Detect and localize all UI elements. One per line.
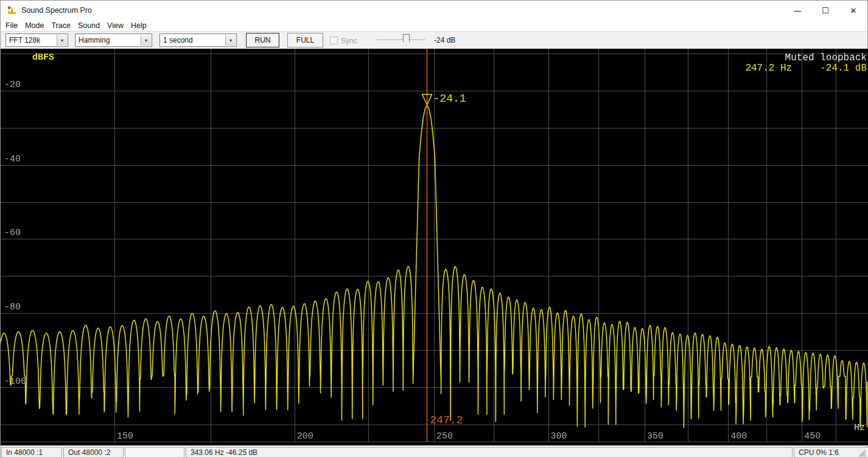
fft-size-value: FFT 128k <box>9 34 40 46</box>
spectrum-canvas[interactable] <box>1 49 868 445</box>
y-tick-label: -100 <box>4 376 26 387</box>
menu-bar: FileModeTraceSoundViewHelp <box>1 20 867 31</box>
menu-sound[interactable]: Sound <box>74 20 103 31</box>
status-input-device: In 48000 :1 <box>1 447 62 458</box>
status-output-device: Out 48000 :2 <box>63 447 124 458</box>
status-text: Muted loopback <box>785 52 867 63</box>
peak-label: -24.1 <box>433 93 466 105</box>
fft-size-select[interactable]: FFT 128k ▼ <box>5 33 68 47</box>
readout-frequency: 247.2 Hz <box>745 63 792 74</box>
average-time-select[interactable]: 1 second ▼ <box>159 33 237 47</box>
title-bar: Sound Spectrum Pro — ☐ ✕ <box>1 1 867 20</box>
x-tick-label: 300 <box>551 431 567 442</box>
toolbar: FFT 128k ▼ Hamming ▼ 1 second ▼ RUN FULL… <box>1 31 867 49</box>
menu-file[interactable]: File <box>2 20 21 31</box>
run-button[interactable]: RUN <box>246 33 279 48</box>
menu-help[interactable]: Help <box>127 20 150 31</box>
chevron-down-icon[interactable]: ▼ <box>141 35 151 46</box>
x-tick-label: 450 <box>804 431 821 442</box>
slider-track[interactable] <box>377 40 425 41</box>
maximize-button[interactable]: ☐ <box>811 1 839 20</box>
peak-readout: 247.2 Hz -24.1 dB <box>745 63 867 74</box>
window-function-select[interactable]: Hamming ▼ <box>75 33 152 47</box>
x-tick-label: 200 <box>297 431 313 442</box>
x-tick-label: 350 <box>647 431 663 442</box>
full-button[interactable]: FULL <box>287 33 323 48</box>
level-value-label: -24 dB <box>434 32 455 49</box>
readout-level: -24.1 dB <box>820 63 867 74</box>
chevron-down-icon[interactable]: ▼ <box>225 35 236 46</box>
y-tick-label: -20 <box>4 80 21 90</box>
sync-checkbox[interactable] <box>330 37 338 44</box>
average-time-value: 1 second <box>163 34 193 46</box>
close-button[interactable]: ✕ <box>839 1 867 20</box>
x-tick-label: 400 <box>730 431 747 442</box>
menu-view[interactable]: View <box>103 20 127 31</box>
y-tick-label: -80 <box>4 302 21 312</box>
spectrum-plot: dBFS Hz Muted loopback 247.2 Hz -24.1 dB… <box>1 49 868 445</box>
chevron-down-icon[interactable]: ▼ <box>57 35 67 46</box>
level-slider[interactable] <box>377 33 425 47</box>
resize-grip-icon[interactable] <box>858 449 866 457</box>
x-tick-label: 150 <box>117 431 133 442</box>
window-title: Sound Spectrum Pro <box>21 6 92 15</box>
sync-label: Sync <box>341 37 357 45</box>
status-cpu: CPU 0% 1:6 <box>794 447 868 458</box>
app-icon <box>7 5 16 15</box>
status-progress-panel <box>125 447 184 458</box>
sync-checkbox-group: Sync <box>330 32 357 49</box>
menu-mode[interactable]: Mode <box>21 20 47 31</box>
slider-thumb[interactable] <box>403 34 410 46</box>
y-axis-unit-label: dBFS <box>32 52 54 63</box>
y-tick-label: -60 <box>4 228 21 238</box>
x-axis-unit-label: Hz <box>854 423 865 433</box>
menu-trace[interactable]: Trace <box>47 20 74 31</box>
cursor-label: 247.2 <box>430 414 463 426</box>
y-tick-label: -40 <box>4 154 21 164</box>
status-cursor-readout: 343.06 Hz -46.25 dB <box>186 447 793 458</box>
window-function-value: Hamming <box>79 34 110 46</box>
minimize-button[interactable]: — <box>783 1 811 20</box>
app-window: Sound Spectrum Pro — ☐ ✕ FileModeTraceSo… <box>0 0 868 458</box>
x-tick-label: 250 <box>436 431 453 442</box>
status-bar: In 48000 :1 Out 48000 :2 343.06 Hz -46.2… <box>1 445 867 458</box>
